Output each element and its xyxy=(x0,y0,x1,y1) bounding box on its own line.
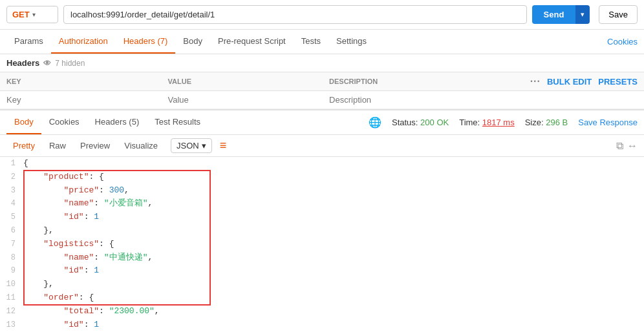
key-input[interactable] xyxy=(6,95,155,105)
code-line-12: 12 "total": "2300.00", xyxy=(0,305,644,318)
headers-label-text: Headers xyxy=(6,58,39,68)
size-value: 296 B xyxy=(546,118,568,127)
fmt-tab-pretty[interactable]: Pretty xyxy=(6,138,41,154)
top-bar: GET ▾ Send ▾ Save xyxy=(0,0,644,30)
col-key: KEY xyxy=(0,72,162,91)
headers-table: KEY VALUE DESCRIPTION ··· Bulk Edit Pres… xyxy=(0,72,644,109)
status-value: 200 OK xyxy=(420,118,449,127)
col-desc: DESCRIPTION xyxy=(323,72,484,91)
size-display: Size: 296 B xyxy=(525,118,568,127)
code-line-5: 5 "id": 1 xyxy=(0,211,644,224)
code-wrapper: 1 { 2 "product": { 3 "price": 300, 4 "na… xyxy=(0,157,644,332)
code-line-10: 10 }, xyxy=(0,278,644,291)
method-chevron-icon: ▾ xyxy=(32,11,36,18)
col-value: VALUE xyxy=(162,72,323,91)
code-line-11: 11 "order": { xyxy=(0,291,644,305)
table-row xyxy=(0,91,644,109)
value-input[interactable] xyxy=(168,95,317,105)
resp-tab-body[interactable]: Body xyxy=(6,110,41,134)
url-input[interactable] xyxy=(63,5,527,24)
code-area: 1 { 2 "product": { 3 "price": 300, 4 "na… xyxy=(0,157,644,332)
send-button[interactable]: Send xyxy=(532,5,576,24)
method-label: GET xyxy=(12,10,30,19)
save-response-button[interactable]: Save Response xyxy=(578,118,638,127)
presets-button[interactable]: Presets xyxy=(598,77,638,87)
tab-params[interactable]: Params xyxy=(6,30,51,54)
globe-icon: 🌐 xyxy=(369,116,381,129)
hidden-badge: 7 hidden xyxy=(55,59,85,68)
eye-icon: 👁 xyxy=(43,59,51,68)
resp-tab-cookies[interactable]: Cookies xyxy=(41,110,87,134)
format-tabs-bar: Pretty Raw Preview Visualize JSON ▾ ≡ ⧉ … xyxy=(0,135,644,157)
code-line-7: 7 "logistics": { xyxy=(0,238,644,251)
indent-icon[interactable]: ≡ xyxy=(220,139,227,152)
more-options-icon[interactable]: ··· xyxy=(530,76,541,87)
json-select-chevron: ▾ xyxy=(202,141,206,150)
response-tabs-bar: Body Cookies Headers (5) Test Results 🌐 … xyxy=(0,110,644,135)
code-line-13: 13 "id": 1 xyxy=(0,318,644,332)
response-meta: 🌐 Status: 200 OK Time: 1817 ms Size: 296… xyxy=(369,116,638,129)
code-line-1: 1 { xyxy=(0,157,644,171)
tab-tests[interactable]: Tests xyxy=(294,30,328,54)
json-select-label: JSON xyxy=(177,141,199,150)
send-dropdown-button[interactable]: ▾ xyxy=(575,5,590,24)
code-line-8: 8 "name": "中通快递", xyxy=(0,251,644,265)
json-format-select[interactable]: JSON ▾ xyxy=(171,138,212,153)
method-select[interactable]: GET ▾ xyxy=(6,6,58,23)
bulk-edit-button[interactable]: Bulk Edit xyxy=(547,77,592,87)
resp-tab-test-results[interactable]: Test Results xyxy=(147,110,208,134)
tab-settings[interactable]: Settings xyxy=(328,30,374,54)
time-value: 1817 ms xyxy=(482,118,515,127)
code-line-9: 9 "id": 1 xyxy=(0,264,644,278)
col-actions: ··· Bulk Edit Presets xyxy=(484,72,644,91)
copy-icons: ⧉ ↔ xyxy=(616,140,638,152)
code-line-6: 6 }, xyxy=(0,224,644,238)
tab-authorization[interactable]: Authorization xyxy=(51,30,116,54)
tab-headers[interactable]: Headers (7) xyxy=(116,30,176,54)
send-btn-group: Send ▾ xyxy=(532,5,590,24)
resp-tab-headers[interactable]: Headers (5) xyxy=(87,110,147,134)
save-button[interactable]: Save xyxy=(599,5,638,24)
fmt-tab-visualize[interactable]: Visualize xyxy=(118,138,164,154)
tab-pre-request[interactable]: Pre-request Script xyxy=(210,30,294,54)
desc-input[interactable] xyxy=(329,95,478,105)
time-display: Time: 1817 ms xyxy=(459,118,515,127)
headers-section: Headers 👁 7 hidden xyxy=(0,54,644,72)
fmt-tab-raw[interactable]: Raw xyxy=(43,138,72,154)
code-line-4: 4 "name": "小爱音箱", xyxy=(0,197,644,211)
response-section: Body Cookies Headers (5) Test Results 🌐 … xyxy=(0,109,644,332)
copy-icon[interactable]: ⧉ xyxy=(616,140,623,152)
wrap-icon[interactable]: ↔ xyxy=(627,140,638,152)
fmt-tab-preview[interactable]: Preview xyxy=(74,138,116,154)
code-line-2: 2 "product": { xyxy=(0,171,644,184)
tab-body[interactable]: Body xyxy=(175,30,210,54)
request-tabs: Params Authorization Headers (7) Body Pr… xyxy=(0,30,644,54)
code-line-3: 3 "price": 300, xyxy=(0,184,644,198)
status-display: Status: 200 OK xyxy=(392,118,449,127)
cookies-link[interactable]: Cookies xyxy=(607,37,638,47)
